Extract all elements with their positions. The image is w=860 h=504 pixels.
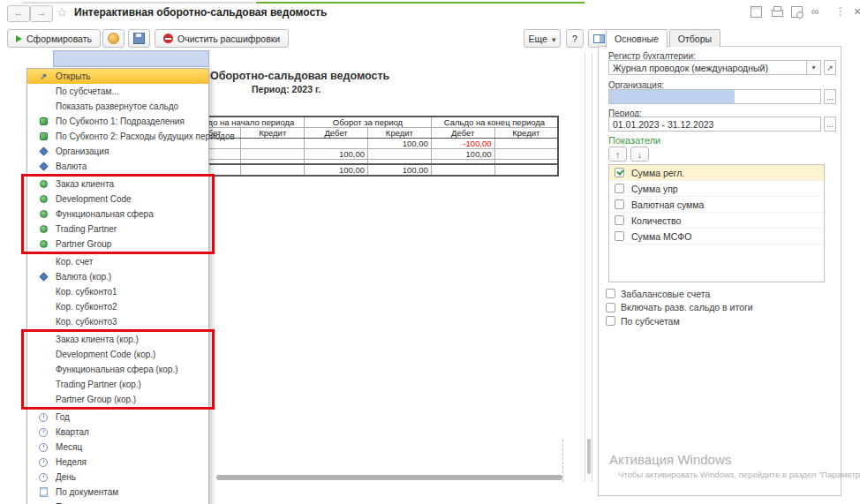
checkbox-icon[interactable] <box>615 231 624 241</box>
table-cell[interactable] <box>241 149 305 160</box>
context-menu-item[interactable]: Trading Partner (кор.) <box>27 377 208 392</box>
table-cell[interactable] <box>241 139 305 149</box>
option-row[interactable]: Забалансовые счета <box>606 287 826 301</box>
indicator-row[interactable]: Сумма МСФО <box>609 229 824 244</box>
context-menu-item[interactable]: Функциональная сфера <box>27 207 208 222</box>
organization-input[interactable] <box>608 89 821 104</box>
context-menu-item[interactable]: Показать развернутое сальдо <box>27 99 208 114</box>
tab-filters[interactable]: Отборы <box>669 29 720 47</box>
printer-icon[interactable] <box>771 6 782 18</box>
context-menu-item[interactable]: Функциональная сфера (кор.) <box>27 362 208 377</box>
context-menu-item[interactable]: Partner Group (кор.) <box>27 392 208 407</box>
context-menu-item[interactable]: Валюта (кор.) <box>27 269 208 284</box>
table-cell[interactable]: 100,00 <box>367 139 431 149</box>
header-divider <box>22 2 254 4</box>
context-menu-item[interactable]: По Субконто 1: Подразделения <box>27 114 208 129</box>
more-button-label: Еще <box>529 34 547 44</box>
context-menu-item[interactable]: По документам <box>27 485 208 500</box>
floppy-icon <box>133 33 145 44</box>
checkbox-icon[interactable] <box>606 316 615 326</box>
period-value: 01.01.2023 - 31.12.2023 <box>609 119 820 130</box>
table-cell[interactable]: 100,00 <box>305 149 368 160</box>
forward-button[interactable]: → <box>30 5 53 22</box>
clear-decryption-button[interactable]: Очистить расшифровки <box>155 29 289 48</box>
chevron-down-icon[interactable]: ▾ <box>806 61 820 74</box>
table-cell[interactable] <box>367 149 431 160</box>
context-menu-item[interactable]: Заказ клиента <box>27 177 208 192</box>
back-button[interactable]: ← <box>7 5 30 22</box>
table-cell[interactable] <box>494 149 558 160</box>
menu-item-label: Открыть <box>49 71 90 81</box>
context-menu-item[interactable]: День <box>27 470 208 485</box>
generate-button[interactable]: Сформировать <box>7 29 101 48</box>
blank-icon <box>38 380 49 390</box>
indicator-row[interactable]: Валютная сумма <box>609 197 824 213</box>
preview-icon[interactable] <box>791 6 803 18</box>
option-row[interactable]: Включать разв. сальдо в итоги <box>606 301 826 315</box>
favorite-star-icon[interactable]: ☆ <box>57 5 68 19</box>
context-menu-item[interactable]: Квартал <box>27 425 208 440</box>
context-menu-item[interactable]: Заказ клиента (кор.) <box>27 332 208 347</box>
totals-cell: 100,00 <box>305 164 368 176</box>
context-menu-item[interactable]: Кор. субконто3 <box>27 314 208 329</box>
context-menu-item[interactable]: Development Code (кор.) <box>27 347 208 362</box>
indicator-label: Валютная сумма <box>631 199 704 210</box>
indicator-row[interactable]: Сумма упр <box>609 181 824 197</box>
attr-green-icon <box>38 224 49 235</box>
context-menu-item[interactable]: По субсчетам... <box>27 84 208 99</box>
context-menu-item[interactable]: Кор. субконто1 <box>27 284 208 299</box>
more-button[interactable]: Еще <box>524 29 561 48</box>
save-settings-button[interactable] <box>128 29 150 48</box>
vertical-scrollbar-thumb[interactable] <box>587 439 591 474</box>
context-menu-item[interactable]: Год <box>27 410 208 425</box>
move-down-button[interactable]: ↓ <box>630 147 649 162</box>
organization-choose-button[interactable]: ... <box>824 89 836 104</box>
context-menu-item[interactable]: Неделя <box>27 455 208 470</box>
vertical-scrollbar[interactable] <box>585 53 592 482</box>
menu-item-label: По Субконто 2: Расходы будущих периодов <box>49 132 235 141</box>
register-combobox[interactable]: Журнал проводок (международный) ▾ <box>608 60 821 75</box>
context-menu-item[interactable]: Валюта <box>27 159 208 174</box>
register-open-button[interactable]: ↗ <box>824 60 836 75</box>
menu-item-label: По субсчетам... <box>49 87 119 96</box>
report-icon[interactable] <box>751 6 762 18</box>
checkbox-icon[interactable] <box>615 215 624 225</box>
table-cell[interactable] <box>494 139 558 149</box>
gear-icon <box>108 33 119 44</box>
table-cell[interactable]: 100,00 <box>431 149 494 160</box>
period-choose-button[interactable]: ... <box>824 117 836 132</box>
account-input[interactable] <box>53 50 209 67</box>
context-menu-item[interactable]: Месяц <box>27 440 208 455</box>
horizontal-scrollbar[interactable] <box>209 474 572 481</box>
menu-item-label: Кор. субконто1 <box>49 287 117 297</box>
close-icon[interactable] <box>852 6 860 18</box>
context-menu-item[interactable]: Trading Partner <box>27 222 208 237</box>
context-menu-item[interactable]: Организация <box>27 144 208 159</box>
move-up-button[interactable]: ↑ <box>608 147 627 162</box>
context-menu-item[interactable]: Открыть <box>27 69 208 84</box>
checkbox-icon[interactable] <box>615 199 624 209</box>
indicator-row[interactable]: Сумма регл. <box>609 165 824 181</box>
context-menu-item[interactable]: Partner Group <box>27 237 208 252</box>
context-menu-item[interactable]: Development Code <box>27 192 208 207</box>
context-menu-item[interactable]: По реквизитам... <box>27 500 208 504</box>
table-cell[interactable]: -100,00 <box>431 139 494 149</box>
indicator-row[interactable]: Количество <box>609 213 824 229</box>
horizontal-scrollbar-thumb[interactable] <box>216 475 562 480</box>
checkbox-icon[interactable] <box>615 168 624 177</box>
option-row[interactable]: По субсчетам <box>606 314 826 328</box>
checkbox-icon[interactable] <box>606 303 615 312</box>
settings-button[interactable] <box>102 29 124 48</box>
context-menu-item[interactable]: По Субконто 2: Расходы будущих периодов <box>27 129 208 144</box>
help-button[interactable]: ? <box>566 29 584 48</box>
document-icon <box>38 487 49 498</box>
checkbox-icon[interactable] <box>606 289 615 298</box>
period-input[interactable]: 01.01.2023 - 31.12.2023 <box>608 117 821 132</box>
tab-main[interactable]: Основные <box>606 29 668 48</box>
context-menu-item[interactable]: Кор. субконто2 <box>27 299 208 314</box>
context-menu-item[interactable]: Кор. счет <box>27 254 208 269</box>
table-cell[interactable] <box>305 139 368 149</box>
kebab-menu-icon[interactable] <box>832 6 843 18</box>
checkbox-icon[interactable] <box>615 184 624 193</box>
link-icon[interactable] <box>811 6 823 18</box>
